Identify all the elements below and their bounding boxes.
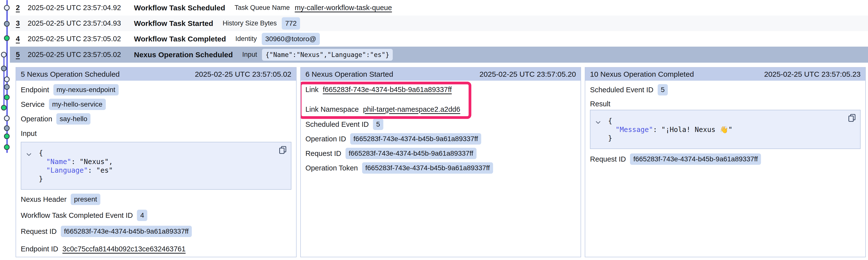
field-row-endpoint-id: Endpoint ID 3c0c75ccfa8144b092c13ce63246… — [21, 244, 291, 254]
field-row-scheduled-event-id: Scheduled Event ID 5 — [306, 119, 576, 130]
event-timestamp: 2025-02-25 UTC 23:57:05.02 — [28, 50, 134, 59]
event-status-dot — [4, 125, 10, 131]
event-history-list: 2 2025-02-25 UTC 23:57:04.92 Workflow Ta… — [0, 0, 868, 63]
field-label: Endpoint — [21, 86, 49, 94]
event-detail-panels: 5 Nexus Operation Scheduled 2025-02-25 U… — [16, 67, 866, 257]
field-value-badge: present — [71, 194, 100, 205]
event-detail-chip: {"Name":"Nexus","Language":"es"} — [262, 49, 393, 61]
json-line: "Language": "es" — [26, 166, 286, 175]
json-line: "Message": "¡Hola! Nexus 👋" — [595, 125, 855, 134]
field-label: Scheduled Event ID — [590, 86, 653, 94]
json-key: "Language" — [46, 166, 88, 175]
field-value-badge: 5 — [658, 84, 668, 96]
json-payload-viewer: { "Name": "Nexus", "Language": "es" } — [21, 142, 291, 190]
event-status-dot — [1, 66, 7, 71]
event-id-link[interactable]: 3 — [16, 19, 21, 27]
copy-button[interactable] — [847, 113, 857, 122]
field-row-endpoint: Endpoint my-nexus-endpoint — [21, 84, 291, 96]
event-status-dot — [4, 115, 10, 121]
event-name: Workflow Task Scheduled — [134, 4, 225, 12]
event-status-dot — [4, 35, 10, 41]
field-value-badge: my-nexus-endpoint — [53, 84, 119, 96]
event-timestamp: 2025-02-25 UTC 23:57:04.93 — [28, 19, 134, 27]
field-label: Request ID — [21, 227, 57, 235]
event-detail-chip: 772 — [282, 17, 300, 30]
json-value: : "Nexus", — [71, 158, 113, 166]
event-detail-label: History Size Bytes — [223, 20, 277, 27]
input-section-label: Input — [21, 128, 291, 138]
event-detail-label: Identity — [235, 35, 257, 43]
panel-title: 6 Nexus Operation Started — [306, 70, 393, 78]
event-id-link[interactable]: 5 — [16, 50, 21, 59]
field-value-badge: f665283f-743e-4374-b45b-9a61a89337ff — [362, 162, 493, 174]
json-value: : "¡Hola! Nexus 👋" — [653, 125, 733, 134]
json-open-brace: { — [595, 117, 855, 125]
field-value-badge: 5 — [373, 119, 383, 130]
json-open-brace: { — [26, 149, 286, 157]
field-value-badge: my-hello-service — [49, 99, 106, 110]
field-label: Input — [21, 129, 37, 138]
json-close-brace: } — [595, 134, 855, 143]
link-namespace-link[interactable]: phil-target-namespace2.a2dd6 — [363, 105, 460, 113]
json-value: : "es" — [88, 166, 113, 175]
field-label: Link Namespace — [306, 105, 359, 113]
field-row-request-id: Request ID f665283f-743e-4374-b45b-9a61a… — [21, 226, 291, 237]
panel-nexus-operation-scheduled: 5 Nexus Operation Scheduled 2025-02-25 U… — [16, 67, 297, 257]
event-timeline — [0, 0, 14, 260]
event-history-row-selected[interactable]: 5 2025-02-25 UTC 23:57:05.02 Nexus Opera… — [10, 47, 868, 63]
field-row-operation-id: Operation ID f665283f-743e-4374-b45b-9a6… — [306, 133, 576, 145]
task-queue-link[interactable]: my-caller-workflow-task-queue — [295, 4, 392, 12]
field-label: Request ID — [590, 155, 626, 163]
event-status-dot — [4, 21, 10, 27]
timeline-branch-line — [3, 55, 4, 108]
event-history-row[interactable]: 2 2025-02-25 UTC 23:57:04.92 Workflow Ta… — [10, 0, 868, 15]
field-value-badge: say-hello — [56, 113, 90, 124]
field-value-badge: f665283f-743e-4374-b45b-9a61a89337ff — [350, 133, 481, 145]
event-status-dot — [4, 95, 10, 100]
field-value-badge: 4 — [137, 210, 147, 221]
panel-nexus-operation-started: 6 Nexus Operation Started 2025-02-25 UTC… — [300, 67, 581, 257]
field-label: Workflow Task Completed Event ID — [21, 212, 133, 220]
event-detail-label: Input — [242, 51, 257, 59]
event-name: Workflow Task Started — [134, 19, 213, 28]
copy-button[interactable] — [278, 145, 287, 155]
field-row-nexus-header: Nexus Header present — [21, 194, 291, 205]
event-status-dot — [4, 144, 10, 150]
collapse-chevron-icon[interactable] — [26, 151, 32, 158]
event-id-link[interactable]: 4 — [16, 35, 21, 43]
event-id-link[interactable]: 2 — [16, 4, 21, 12]
event-detail-label: Task Queue Name — [235, 4, 290, 11]
field-row-link-namespace: Link Namespace phil-target-namespace2.a2… — [306, 104, 576, 115]
event-status-dot — [4, 84, 10, 90]
panel-header: 6 Nexus Operation Started 2025-02-25 UTC… — [301, 68, 581, 81]
panel-nexus-operation-completed: 10 Nexus Operation Completed 2025-02-25 … — [585, 67, 866, 257]
panel-title: 5 Nexus Operation Scheduled — [21, 70, 120, 78]
panel-header: 10 Nexus Operation Completed 2025-02-25 … — [585, 68, 865, 81]
field-row-request-id: Request ID f665283f-743e-4374-b45b-9a61a… — [306, 148, 576, 159]
field-row-operation-token: Operation Token f665283f-743e-4374-b45b-… — [306, 162, 576, 174]
event-status-dot — [4, 5, 10, 11]
panel-body: Link f665283f-743e-4374-b45b-9a61a89337f… — [301, 81, 581, 174]
json-close-brace: } — [26, 175, 286, 183]
field-label: Operation ID — [306, 135, 346, 143]
field-row-request-id: Request ID f665283f-743e-4374-b45b-9a61a… — [590, 153, 861, 165]
field-row-scheduled-event-id: Scheduled Event ID 5 — [590, 84, 861, 96]
event-detail-chip: 30960@totoro@ — [262, 33, 319, 45]
panel-timestamp: 2025-02-25 UTC 23:57:05.23 — [764, 70, 861, 78]
endpoint-id-link[interactable]: 3c0c75ccfa8144b092c13ce632463761 — [63, 245, 186, 253]
event-timestamp: 2025-02-25 UTC 23:57:04.92 — [28, 4, 134, 12]
field-label: Nexus Header — [21, 195, 66, 203]
result-section-label: Result — [590, 99, 861, 109]
event-name: Nexus Operation Scheduled — [134, 50, 233, 59]
event-history-row[interactable]: 3 2025-02-25 UTC 23:57:04.93 Workflow Ta… — [10, 15, 868, 31]
event-history-row[interactable]: 4 2025-02-25 UTC 23:57:05.02 Workflow Ta… — [10, 31, 868, 47]
field-label: Operation — [21, 115, 52, 123]
field-label: Request ID — [306, 149, 341, 158]
json-line: "Name": "Nexus", — [26, 157, 286, 166]
nexus-link[interactable]: f665283f-743e-4374-b45b-9a61a89337ff — [323, 85, 452, 94]
collapse-chevron-icon[interactable] — [595, 119, 601, 125]
field-label: Service — [21, 100, 45, 109]
event-status-dot — [4, 134, 10, 139]
temporal-event-history-screen: 2 2025-02-25 UTC 23:57:04.92 Workflow Ta… — [0, 0, 868, 260]
field-value-badge: f665283f-743e-4374-b45b-9a61a89337ff — [630, 153, 761, 165]
